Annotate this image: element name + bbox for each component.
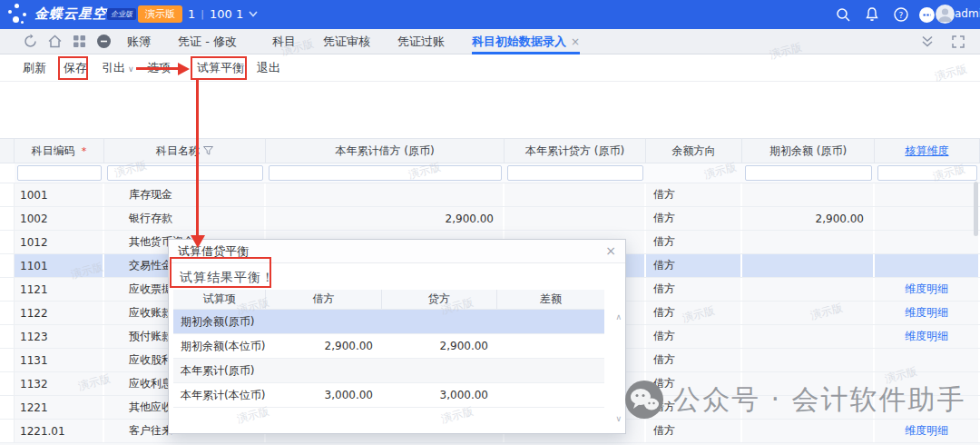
dialog-row-opening-original[interactable]: 期初余额(原币): [173, 310, 604, 334]
org-selector[interactable]: 1|100 1: [188, 7, 258, 21]
vertical-scrollbar[interactable]: [974, 182, 978, 236]
app-logo-title: 金蝶云星空: [34, 5, 107, 23]
header-form: 账簿 1 科目表 新会计准则科目表 币别 人民币 ∨ 汇率 1.0000 启用期…: [0, 82, 980, 138]
fullscreen-icon[interactable]: [951, 35, 966, 50]
help-icon[interactable]: ?: [893, 6, 909, 23]
more-menu-icon[interactable]: [918, 6, 935, 23]
table-row-1002[interactable]: 1002银行存款2,900.00借方2,900.00: [0, 207, 980, 231]
edition-badge: 企业版: [107, 8, 136, 20]
filter-debit-input[interactable]: [269, 165, 502, 181]
exit-button[interactable]: 退出: [257, 54, 280, 82]
tab-voucher-edit[interactable]: 凭证 - 修改: [178, 29, 237, 54]
message-icon[interactable]: [96, 34, 112, 49]
filter-funnel-icon[interactable]: [203, 146, 213, 155]
filter-credit-input[interactable]: [507, 165, 643, 181]
export-button[interactable]: 引出∨: [102, 54, 134, 82]
chevron-down-icon: ∨: [128, 64, 134, 74]
filter-opening-input[interactable]: [745, 165, 872, 181]
top-bar: 金蝶云星空 企业版 演示版 1|100 1 ? admin: [0, 0, 980, 29]
col-ytd-debit[interactable]: 本年累计借方 (原币): [266, 139, 505, 163]
username-label[interactable]: admin: [955, 7, 980, 20]
tab-voucher-post[interactable]: 凭证过账: [397, 29, 445, 54]
tab-initial-data-entry[interactable]: 科目初始数据录入×: [472, 29, 580, 54]
tab-ledger[interactable]: 账簿: [127, 29, 151, 54]
col-ytd-credit[interactable]: 本年累计贷方 (原币): [505, 139, 646, 163]
svg-text:?: ?: [899, 11, 904, 20]
kingdee-logo-icon: [7, 2, 34, 27]
grid-filter-row: [0, 163, 980, 183]
grid-header-row: 科目编码 科目名称 本年累计借方 (原币) 本年累计贷方 (原币) 余额方向 期…: [0, 138, 980, 163]
annotation-box-trial-balance: [191, 56, 247, 80]
filter-name-input[interactable]: [107, 165, 263, 181]
close-tab-icon[interactable]: ×: [571, 35, 580, 48]
annotation-arrow-shaft: [136, 67, 178, 70]
filter-dimension-input[interactable]: [877, 165, 977, 181]
annotation-arrow-head-icon: [178, 63, 190, 75]
tab-voucher-audit[interactable]: 凭证审核: [323, 29, 370, 54]
dialog-close-icon[interactable]: ×: [605, 243, 616, 258]
demo-version-badge: 演示版: [138, 5, 182, 23]
refresh-button[interactable]: 刷新: [23, 54, 46, 82]
tab-account[interactable]: 科目: [272, 29, 296, 54]
dialog-table: 试算项 借方 贷方 差额 期初余额(原币) 期初余额(本位币)2,900.002…: [173, 290, 618, 408]
dialog-row-ytd-original[interactable]: 本年累计(原币): [173, 359, 604, 383]
dialog-scroll-up-icon[interactable]: ∧: [615, 312, 622, 321]
notification-bell-icon[interactable]: [864, 6, 880, 23]
annotation-vertical-arrow-shaft: [196, 80, 199, 236]
app-window: 金蝶云星空 企业版 演示版 1|100 1 ? admin: [0, 0, 980, 445]
annotation-box-result: [170, 257, 271, 288]
dialog-row-ytd-base[interactable]: 本年累计(本位币)3,000.003,000.00: [173, 383, 604, 408]
user-avatar[interactable]: [936, 5, 955, 24]
apps-grid-icon[interactable]: [72, 34, 87, 49]
filter-code-input[interactable]: [17, 165, 102, 181]
annotation-arrow-down-icon: [191, 235, 205, 248]
annotation-box-save: [58, 56, 88, 80]
col-account-code[interactable]: 科目编码: [15, 139, 104, 163]
tab-bar: 账簿 凭证 - 修改 科目 凭证审核 凭证过账 科目初始数据录入×: [0, 29, 980, 54]
col-balance-direction[interactable]: 余额方向: [646, 139, 742, 163]
table-row-1001[interactable]: 1001库存现金借方: [0, 183, 980, 207]
search-icon[interactable]: [835, 6, 851, 23]
col-opening-balance[interactable]: 期初余额 (原币): [742, 139, 875, 163]
chevron-down-icon: [249, 11, 258, 17]
col-dimension-link[interactable]: 核算维度: [875, 139, 980, 163]
home-icon[interactable]: [47, 34, 63, 49]
dialog-row-opening-base[interactable]: 期初余额(本位币)2,900.002,900.00: [173, 334, 604, 359]
dialog-header-row: 试算项 借方 贷方 差额: [173, 290, 604, 310]
sync-icon[interactable]: [23, 34, 38, 49]
dialog-scroll-down-icon[interactable]: ∨: [615, 414, 622, 423]
col-account-name[interactable]: 科目名称: [104, 139, 266, 163]
collapse-tabs-icon[interactable]: [920, 35, 936, 50]
